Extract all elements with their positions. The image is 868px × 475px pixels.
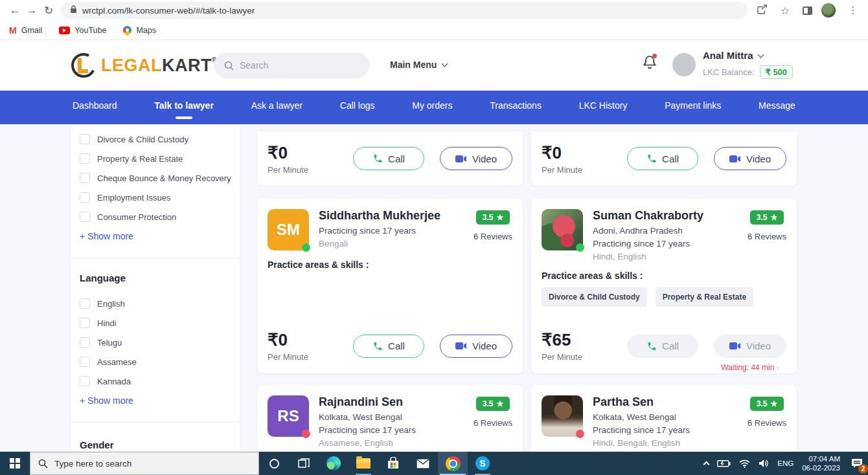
- nav-item-call-logs[interactable]: Call logs: [340, 100, 375, 111]
- lawyer-name[interactable]: Suman Chakraborty: [593, 209, 748, 223]
- call-button[interactable]: Call: [353, 335, 424, 358]
- keyboard-language-indicator[interactable]: ENG: [777, 459, 794, 467]
- battery-icon[interactable]: [717, 459, 731, 467]
- nav-item-transactions[interactable]: Transactions: [490, 100, 542, 111]
- checkbox[interactable]: [80, 357, 90, 367]
- filter-category-cheque-bounce[interactable]: Cheque Bounce & Money Recovery: [71, 168, 240, 188]
- checkbox[interactable]: [80, 298, 90, 309]
- checkbox[interactable]: [80, 212, 90, 222]
- taskbar-search-input[interactable]: Type here to search: [30, 452, 259, 475]
- lawyer-languages: Hindi, Bengali, English: [593, 438, 748, 448]
- clock-date: 06-02-2023: [802, 463, 840, 472]
- nav-item-talk-to-lawyer[interactable]: Talk to lawyer: [154, 100, 214, 119]
- filter-category-property[interactable]: Property & Real Estate: [71, 149, 240, 168]
- taskbar-clock[interactable]: 07:04 AM 06-02-2023: [802, 454, 840, 472]
- main-menu-dropdown[interactable]: Main Menu: [390, 60, 447, 70]
- notification-count-badge: 2: [858, 464, 868, 474]
- reviews-count[interactable]: 6 Reviews: [748, 418, 786, 428]
- side-panel-icon[interactable]: [803, 6, 812, 15]
- filter-language-kannada[interactable]: Kannada: [71, 371, 240, 391]
- browser-reload-button[interactable]: ↻: [40, 2, 57, 19]
- video-camera-icon: [455, 155, 467, 163]
- filter-category-employment[interactable]: Employment Issues: [71, 188, 240, 207]
- online-status-dot: [302, 243, 310, 252]
- call-button[interactable]: Call: [627, 147, 698, 170]
- video-button-disabled[interactable]: Video: [714, 335, 786, 358]
- filter-sidebar: Divorce & Child Custody Property & Real …: [71, 124, 240, 452]
- nav-item-lkc-history[interactable]: LKC History: [579, 100, 628, 111]
- checkbox[interactable]: [80, 173, 90, 183]
- filter-language-telugu[interactable]: Telugu: [71, 333, 240, 352]
- category-show-more-link[interactable]: + Show more: [71, 226, 240, 246]
- taskbar-chrome-button[interactable]: [438, 452, 468, 475]
- filter-language-assamese[interactable]: Assamese: [71, 352, 240, 371]
- browser-menu-icon[interactable]: ⋮: [845, 2, 862, 19]
- reviews-count[interactable]: 6 Reviews: [748, 232, 786, 241]
- checkbox[interactable]: [80, 192, 90, 203]
- windows-taskbar: Type here to search S ENG 07:04 AM 06-02…: [0, 452, 868, 475]
- taskbar-mail-button[interactable]: [408, 452, 438, 475]
- checkbox[interactable]: [80, 153, 90, 164]
- taskbar-file-explorer-button[interactable]: [348, 452, 378, 475]
- lawyer-name[interactable]: Rajnandini Sen: [319, 395, 474, 409]
- language-show-more-link[interactable]: + Show more: [71, 391, 240, 410]
- nav-item-payment-links[interactable]: Payment links: [665, 100, 721, 111]
- lawyer-name[interactable]: Partha Sen: [593, 395, 748, 409]
- task-view-button[interactable]: [289, 452, 319, 475]
- nav-item-ask-a-lawyer[interactable]: Ask a lawyer: [251, 100, 303, 111]
- user-menu[interactable]: Anal Mittra: [703, 50, 793, 61]
- checkbox[interactable]: [80, 134, 90, 144]
- bookmark-maps[interactable]: Maps: [123, 26, 156, 35]
- lawyer-location: Adoni, Andhra Pradesh: [593, 226, 748, 236]
- nav-item-my-orders[interactable]: My orders: [412, 100, 452, 111]
- star-icon: ★: [496, 213, 503, 222]
- call-button[interactable]: Call: [353, 147, 424, 170]
- header-search-input[interactable]: Search: [214, 52, 369, 78]
- legalkart-logo[interactable]: LEGALKART®: [70, 52, 218, 79]
- browser-toolbar: ← → ↻ wrctpl.com/lk-consumer-web/#/talk-…: [0, 0, 868, 21]
- price-per-minute: ₹0: [542, 143, 626, 163]
- browser-profile-avatar[interactable]: [821, 3, 836, 17]
- action-center-button[interactable]: 2: [849, 455, 865, 472]
- taskbar-edge-button[interactable]: [319, 452, 348, 475]
- browser-back-button[interactable]: ←: [6, 2, 23, 19]
- video-button[interactable]: Video: [440, 147, 512, 170]
- volume-icon[interactable]: [759, 459, 769, 468]
- reviews-count[interactable]: 6 Reviews: [474, 232, 512, 241]
- user-avatar[interactable]: [672, 53, 696, 76]
- lawyer-name[interactable]: Siddhartha Mukherjee: [319, 209, 474, 223]
- browser-forward-button[interactable]: →: [23, 2, 40, 19]
- call-button-disabled[interactable]: Call: [627, 335, 698, 358]
- star-icon: ★: [770, 399, 777, 408]
- bookmark-youtube[interactable]: YouTube: [59, 26, 106, 35]
- bookmark-gmail[interactable]: M Gmail: [9, 25, 42, 36]
- filter-language-hindi[interactable]: Hindi: [71, 313, 240, 333]
- share-icon[interactable]: [757, 5, 768, 17]
- taskbar-store-button[interactable]: [378, 452, 408, 475]
- checkbox[interactable]: [80, 376, 90, 386]
- notification-bell-button[interactable]: [643, 54, 657, 72]
- filter-category-consumer[interactable]: Consumer Protection: [71, 207, 240, 226]
- logo-text: LEGALKART®: [101, 56, 218, 76]
- taskbar-skype-button[interactable]: S: [468, 452, 497, 475]
- tray-show-hidden-icons[interactable]: [703, 461, 710, 468]
- gmail-icon: M: [9, 25, 17, 36]
- video-button[interactable]: Video: [714, 147, 786, 170]
- checkbox[interactable]: [80, 337, 90, 348]
- address-bar[interactable]: wrctpl.com/lk-consumer-web/#/talk-to-law…: [61, 2, 748, 19]
- busy-status-dot: [576, 430, 584, 438]
- reviews-count[interactable]: 6 Reviews: [474, 418, 512, 428]
- wifi-icon[interactable]: [739, 459, 750, 468]
- cortana-button[interactable]: [259, 452, 289, 475]
- checkbox[interactable]: [80, 318, 90, 328]
- video-button[interactable]: Video: [440, 335, 512, 358]
- nav-item-message[interactable]: Message: [759, 100, 795, 111]
- filter-category-divorce[interactable]: Divorce & Child Custody: [71, 129, 240, 149]
- nav-item-dashboard[interactable]: Dashboard: [73, 100, 117, 111]
- notification-dot: [652, 54, 657, 58]
- mail-icon: [417, 459, 429, 469]
- filter-language-english[interactable]: English: [71, 294, 240, 313]
- lawyer-avatar: RS: [268, 395, 309, 437]
- bookmark-star-icon[interactable]: ☆: [777, 2, 794, 19]
- start-button[interactable]: [0, 452, 30, 475]
